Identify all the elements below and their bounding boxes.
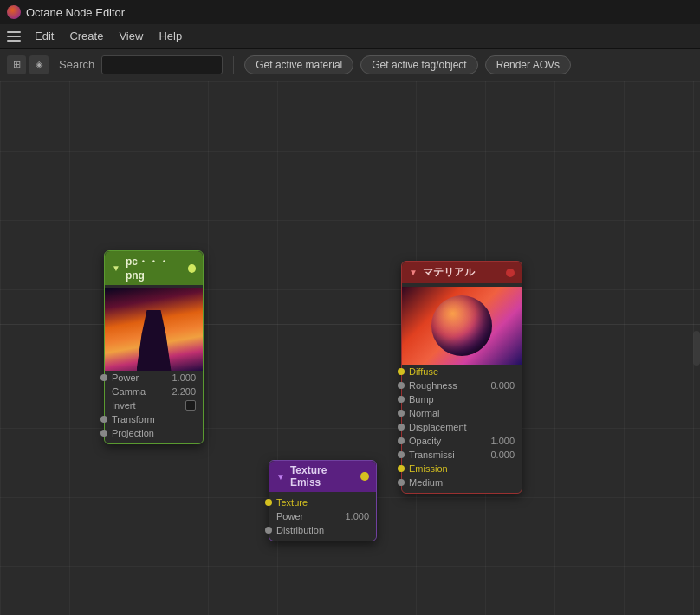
opacity-label: Opacity [409, 436, 441, 446]
normal-left-connector [398, 410, 405, 417]
hamburger-menu[interactable] [5, 28, 23, 45]
material-node-row-roughness: Roughness 0.000 [402, 379, 522, 392]
invert-label: Invert [112, 400, 136, 411]
material-node-row-emission: Emission [402, 462, 522, 476]
projection-left-connector [100, 430, 107, 437]
power-value: 1.000 [172, 372, 196, 383]
image-node-collapse-icon[interactable]: ▼ [112, 263, 120, 273]
image-node-body: Power 1.000 Gamma 2.200 Invert Transform… [105, 285, 203, 443]
emission-left-connector [398, 465, 405, 472]
material-node-row-diffuse: Diffuse [402, 365, 522, 379]
menu-help[interactable]: Help [152, 27, 189, 45]
invert-checkbox[interactable] [185, 400, 196, 411]
image-node-output-dot [188, 264, 196, 273]
material-node-row-normal: Normal [402, 406, 522, 420]
normal-label: Normal [409, 408, 439, 418]
app-title: Octane Node Editor [26, 6, 125, 19]
displacement-left-connector [398, 424, 405, 430]
roughness-label: Roughness [409, 380, 457, 391]
material-node-header: ▼ マテリアル [402, 262, 522, 283]
image-node-row-invert: Invert [105, 398, 203, 412]
emission-power-value: 1.000 [345, 511, 369, 521]
gamma-value: 2.200 [172, 386, 196, 397]
opacity-value: 1.000 [490, 436, 515, 446]
transform-left-connector [100, 416, 107, 423]
search-input[interactable] [101, 55, 223, 74]
titlebar: Octane Node Editor [0, 0, 700, 24]
search-label: Search [59, 58, 94, 71]
emission-node-body: Texture Power 1.000 Distribution [269, 492, 376, 541]
bump-left-connector [398, 396, 405, 403]
transmission-value: 0.000 [490, 450, 515, 460]
node-icon[interactable]: ◈ [29, 55, 49, 74]
menu-view[interactable]: View [112, 27, 150, 45]
gamma-label: Gamma [112, 386, 146, 397]
render-aovs-button[interactable]: Render AOVs [485, 55, 571, 74]
displacement-label: Displacement [409, 422, 467, 432]
emission-label: Emission [409, 463, 448, 474]
connections-svg [0, 81, 260, 211]
roughness-value: 0.000 [490, 380, 515, 391]
image-node-row-projection: Projection [105, 426, 203, 440]
toolbar: ⊞ ◈ Search Get active material Get activ… [0, 49, 700, 81]
material-node-row-transmission: Transmissi 0.000 [402, 448, 522, 462]
emission-power-label: Power [276, 511, 303, 521]
texture-left-connector [265, 499, 272, 506]
menu-create[interactable]: Create [62, 27, 110, 45]
app-icon [7, 5, 21, 19]
material-node-row-bump: Bump [402, 392, 522, 406]
texture-label: Texture [276, 497, 308, 508]
canvas-area[interactable]: ▼ pc・・・png Power 1.000 Gamma 2.200 Inver… [0, 81, 700, 615]
material-node-output-dot [506, 269, 515, 277]
emission-node-title: Texture Emiss [290, 464, 358, 489]
distribution-label: Distribution [276, 525, 324, 535]
emission-node-row-texture: Texture [269, 495, 376, 509]
power-left-connector [100, 374, 107, 381]
material-node-row-displacement: Displacement [402, 420, 522, 434]
material-node[interactable]: ▼ マテリアル Diffuse Roughness 0.000 B [401, 261, 522, 494]
toolbar-separator-1 [233, 56, 234, 74]
projection-label: Projection [112, 428, 154, 438]
image-silhouette [137, 310, 172, 371]
menu-edit[interactable]: Edit [28, 27, 61, 45]
medium-left-connector [398, 479, 405, 486]
image-node-title: pc・・・png [126, 255, 185, 282]
toolbar-icons: ⊞ ◈ [7, 55, 49, 74]
emission-node-output-dot [360, 472, 369, 481]
image-node-row-transform: Transform [105, 412, 203, 426]
scrollbar[interactable] [693, 331, 700, 366]
material-node-body: Diffuse Roughness 0.000 Bump Normal Disp… [402, 283, 522, 493]
transmission-label: Transmissi [409, 450, 455, 460]
image-node-header: ▼ pc・・・png [105, 251, 203, 285]
diffuse-label: Diffuse [409, 366, 438, 377]
bump-label: Bump [409, 394, 434, 405]
emission-node-row-distribution: Distribution [269, 523, 376, 537]
opacity-left-connector [398, 437, 405, 444]
image-node-row-power: Power 1.000 [105, 371, 203, 385]
material-node-row-opacity: Opacity 1.000 [402, 434, 522, 448]
material-preview-sphere [402, 287, 522, 365]
get-material-button[interactable]: Get active material [244, 55, 353, 74]
distribution-left-connector [265, 527, 272, 534]
diffuse-left-connector [398, 368, 405, 375]
get-tag-button[interactable]: Get active tag/object [360, 55, 477, 74]
image-node[interactable]: ▼ pc・・・png Power 1.000 Gamma 2.200 Inver… [104, 250, 204, 444]
power-label: Power [112, 372, 139, 383]
material-node-collapse-icon[interactable]: ▼ [409, 268, 418, 277]
roughness-left-connector [398, 382, 405, 389]
image-node-preview [105, 288, 203, 371]
emission-node[interactable]: ▼ Texture Emiss Texture Power 1.000 Dist… [269, 460, 377, 541]
material-node-preview [402, 287, 522, 365]
grid-icon[interactable]: ⊞ [7, 55, 26, 74]
material-node-row-medium: Medium [402, 476, 522, 489]
emission-node-collapse-icon[interactable]: ▼ [276, 472, 285, 482]
emission-node-row-power: Power 1.000 [269, 509, 376, 523]
medium-label: Medium [409, 477, 443, 488]
material-node-title: マテリアル [423, 265, 475, 280]
emission-node-header: ▼ Texture Emiss [269, 461, 376, 492]
transmission-left-connector [398, 451, 405, 458]
transform-label: Transform [112, 414, 155, 424]
image-node-row-gamma: Gamma 2.200 [105, 385, 203, 398]
menubar: Edit Create View Help [0, 24, 700, 49]
